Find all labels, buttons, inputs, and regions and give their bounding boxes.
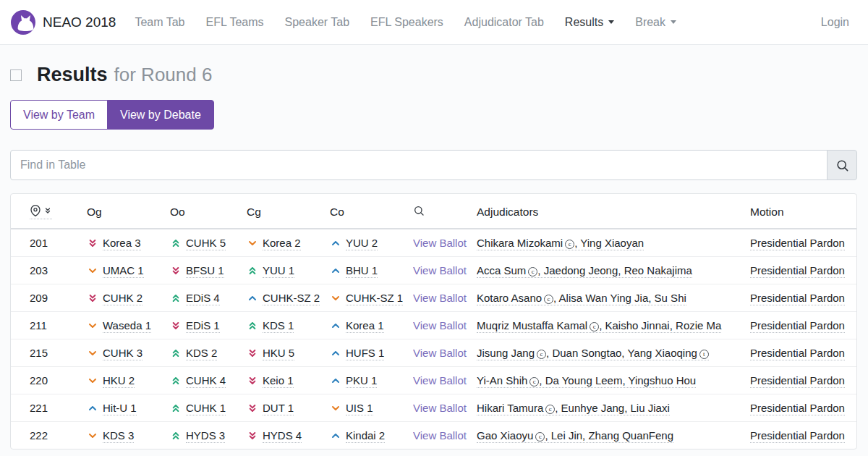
cg-column-header[interactable]: Cg: [247, 194, 330, 229]
chevron-down-icon: [330, 402, 341, 414]
view-ballot-link[interactable]: View Ballot: [413, 347, 467, 359]
sort-chevrons-icon: [43, 206, 52, 215]
ballot-column-header[interactable]: [413, 194, 477, 229]
team-name[interactable]: Korea 3: [103, 237, 141, 250]
view-ballot-link[interactable]: View Ballot: [413, 374, 467, 387]
adjudicator-name: Duan Songtao: [552, 347, 621, 359]
team-name[interactable]: YUU 1: [263, 264, 294, 278]
adjudicators-column-header[interactable]: Adjudicators: [477, 194, 750, 229]
team-name[interactable]: Waseda 1: [103, 319, 151, 333]
view-ballot-link[interactable]: View Ballot: [413, 402, 467, 414]
team-name[interactable]: CUHK 3: [103, 347, 142, 360]
team-name[interactable]: CUHK-SZ 2: [263, 292, 320, 305]
view-ballot-link[interactable]: View Ballot: [413, 237, 467, 249]
view-ballot-link[interactable]: View Ballot: [413, 292, 467, 304]
search-input[interactable]: [10, 150, 827, 180]
debate-row: 203UMAC 1BFSU 1YUU 1BHU 1View BallotAcca…: [11, 257, 856, 284]
search-button[interactable]: [827, 150, 857, 180]
motion-cell: Presidential Pardon: [750, 367, 856, 394]
og-column-header[interactable]: Og: [87, 194, 170, 229]
team-name[interactable]: HKU 5: [263, 347, 294, 360]
adjudicator-name: Lei Jin: [551, 429, 582, 442]
motion-text: Presidential Pardon: [750, 237, 845, 250]
debate-row: 222KDS 3HYDS 3HYDS 4Kindai 2View BallotG…: [11, 422, 856, 449]
team-name[interactable]: CUHK 5: [186, 237, 226, 250]
team-name[interactable]: CUHK 2: [103, 292, 142, 305]
team-name[interactable]: Korea 2: [263, 237, 301, 250]
map-pin-icon: [30, 205, 41, 216]
team-name[interactable]: Kindai 2: [346, 429, 385, 443]
motion-cell: Presidential Pardon: [750, 284, 856, 312]
chevron-up-icon: [247, 292, 258, 304]
adjudicator-name: Yingshuo Hou: [629, 374, 697, 387]
team-name[interactable]: EDiS 1: [186, 319, 220, 333]
oo-column-header[interactable]: Oo: [170, 194, 247, 229]
team-name[interactable]: KDS 3: [103, 429, 134, 443]
team-name[interactable]: YUU 2: [346, 237, 378, 250]
team-name[interactable]: EDiS 4: [186, 292, 220, 305]
team-name[interactable]: UMAC 1: [103, 264, 144, 278]
view-ballot-link[interactable]: View Ballot: [413, 319, 467, 332]
view-ballot-link[interactable]: View Ballot: [413, 264, 467, 276]
nav-menu: Team TabEFL TeamsSpeaker TabEFL Speakers…: [135, 16, 697, 29]
team-cell: Korea 3: [87, 229, 170, 257]
team-name[interactable]: CUHK-SZ 1: [346, 292, 403, 305]
adjudicator-name: Liu Jiaxi: [631, 402, 670, 414]
chevrons-up-icon: [170, 347, 182, 359]
team-name[interactable]: BHU 1: [346, 264, 378, 278]
motion-cell: Presidential Pardon: [750, 422, 856, 449]
nav-item-break[interactable]: Break: [635, 16, 676, 29]
team-name[interactable]: BFSU 1: [186, 264, 224, 278]
team-name[interactable]: Korea 1: [346, 319, 384, 333]
chevron-up-icon: [330, 237, 341, 249]
team-cell: KDS 2: [170, 339, 247, 367]
team-name[interactable]: PKU 1: [346, 374, 377, 388]
team-name[interactable]: CUHK 4: [186, 374, 226, 388]
team-cell: CUHK-SZ 1: [330, 284, 413, 312]
venue-column-header[interactable]: [11, 194, 87, 229]
team-name[interactable]: Keio 1: [263, 374, 294, 388]
nav-item-results[interactable]: Results: [565, 16, 614, 29]
chair-badge-icon: c: [544, 295, 553, 304]
adjudicator-name: Da Young Leem: [545, 374, 623, 387]
motion-text: Presidential Pardon: [750, 264, 845, 278]
ballot-cell: View Ballot: [413, 312, 477, 339]
adjudicators-cell: Acca Sumc, Jaedong Jeong, Reo Nakajima: [477, 257, 750, 284]
team-name[interactable]: CUHK 1: [186, 402, 226, 415]
team-name[interactable]: HYDS 4: [263, 429, 302, 443]
debate-number: 220: [11, 367, 87, 394]
nav-item-adjudicator-tab[interactable]: Adjudicator Tab: [464, 16, 544, 29]
team-name[interactable]: DUT 1: [263, 402, 294, 415]
adjudicator-name: Ying Xiaoyan: [580, 237, 644, 249]
team-name[interactable]: HKU 2: [103, 374, 135, 388]
adjudicators-cell: Jisung Jangc, Duan Songtao, Yang Xiaoqin…: [477, 339, 750, 367]
adjudicators-cell: Muqriz Mustaffa Kamalc, Kaisho Jinnai, R…: [477, 312, 750, 339]
motion-cell: Presidential Pardon: [750, 312, 856, 339]
tabbycat-logo-icon[interactable]: [10, 9, 36, 35]
team-name[interactable]: KDS 2: [186, 347, 217, 360]
view-by-team-button[interactable]: View by Team: [10, 100, 108, 130]
nav-item-speaker-tab[interactable]: Speaker Tab: [285, 16, 350, 29]
team-name[interactable]: KDS 1: [263, 319, 294, 333]
debate-number: 222: [11, 422, 87, 449]
brand-title[interactable]: NEAO 2018: [43, 14, 116, 30]
nav-item-team-tab[interactable]: Team Tab: [135, 16, 184, 29]
chevrons-down-icon: [87, 292, 98, 304]
motion-column-header[interactable]: Motion: [750, 194, 856, 229]
adjudicator-name: Chikara Mizokami: [477, 237, 563, 249]
team-name[interactable]: Hit-U 1: [103, 402, 137, 415]
co-column-header[interactable]: Co: [330, 194, 413, 229]
team-name[interactable]: HUFS 1: [346, 347, 384, 360]
nav-item-efl-teams[interactable]: EFL Teams: [205, 16, 263, 29]
motion-cell: Presidential Pardon: [750, 394, 856, 422]
view-by-debate-button[interactable]: View by Debate: [107, 100, 214, 130]
nav-item-efl-speakers[interactable]: EFL Speakers: [370, 16, 443, 29]
chair-badge-icon: c: [565, 240, 574, 249]
adjudicator-name: Rozie Ma: [676, 319, 721, 332]
team-cell: PKU 1: [330, 367, 413, 394]
team-cell: CUHK-SZ 2: [247, 284, 330, 312]
view-ballot-link[interactable]: View Ballot: [413, 429, 467, 442]
team-name[interactable]: HYDS 3: [186, 429, 225, 443]
team-name[interactable]: UIS 1: [346, 402, 373, 415]
login-link[interactable]: Login: [821, 16, 849, 29]
